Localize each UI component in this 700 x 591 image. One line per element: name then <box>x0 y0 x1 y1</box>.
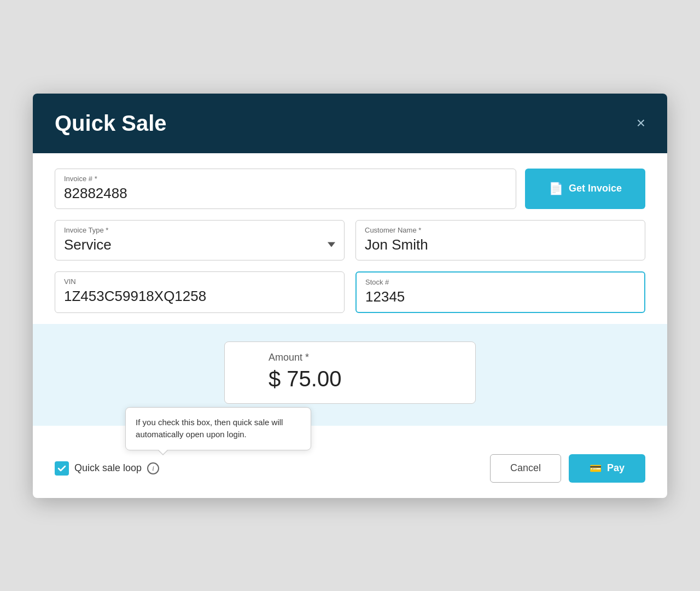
close-button[interactable]: × <box>637 115 645 131</box>
quick-sale-loop-label: Quick sale loop <box>74 462 142 474</box>
customer-name-field: Customer Name * Jon Smith <box>355 220 645 260</box>
amount-value: $ 75.00 <box>269 367 431 391</box>
modal-footer: Quick sale loop i If you check this box,… <box>33 443 667 498</box>
stock-number-label: Stock # <box>365 278 635 286</box>
cancel-button[interactable]: Cancel <box>490 454 561 483</box>
footer-buttons: Cancel 💳 Pay <box>490 454 645 483</box>
invoice-number-value: 82882488 <box>64 185 507 202</box>
vin-stock-row: VIN 1Z453C59918XQ1258 Stock # 12345 <box>55 271 645 313</box>
tooltip-text: If you check this box, then quick sale w… <box>136 418 283 439</box>
pay-label: Pay <box>607 462 625 474</box>
type-customer-row: Invoice Type * Service Service Parts Fin… <box>55 220 645 260</box>
vin-field: VIN 1Z453C59918XQ1258 <box>55 271 345 313</box>
tooltip-wrapper: i If you check this box, then quick sale… <box>147 462 159 474</box>
quick-sale-loop-checkbox[interactable] <box>55 461 69 476</box>
stock-number-value: 12345 <box>365 288 635 305</box>
customer-name-value: Jon Smith <box>365 236 636 253</box>
modal-body: Invoice # * 82882488 📄 Get Invoice Invoi… <box>33 153 667 443</box>
modal-title: Quick Sale <box>55 111 167 136</box>
quick-sale-modal: Quick Sale × Invoice # * 82882488 📄 Get … <box>33 94 667 498</box>
invoice-icon: 📄 <box>549 182 563 196</box>
get-invoice-label: Get Invoice <box>569 183 622 194</box>
invoice-number-label: Invoice # * <box>64 175 507 183</box>
stock-number-field: Stock # 12345 <box>355 271 645 313</box>
pay-button[interactable]: 💳 Pay <box>569 454 645 483</box>
tooltip-box: If you check this box, then quick sale w… <box>125 407 311 450</box>
invoice-number-row: Invoice # * 82882488 📄 Get Invoice <box>55 169 645 209</box>
invoice-number-field: Invoice # * 82882488 <box>55 169 516 209</box>
checkmark-icon <box>57 464 66 473</box>
modal-header: Quick Sale × <box>33 94 667 153</box>
quick-sale-loop-section: Quick sale loop i If you check this box,… <box>55 461 490 476</box>
info-icon[interactable]: i <box>147 462 159 474</box>
invoice-type-field: Invoice Type * Service Service Parts Fin… <box>55 220 345 260</box>
customer-name-label: Customer Name * <box>365 226 636 234</box>
vin-label: VIN <box>64 277 335 286</box>
get-invoice-button[interactable]: 📄 Get Invoice <box>525 169 645 209</box>
amount-box: Amount * $ 75.00 <box>224 341 476 404</box>
credit-card-icon: 💳 <box>590 462 602 474</box>
amount-label: Amount * <box>269 352 431 363</box>
vin-value: 1Z453C59918XQ1258 <box>64 288 335 305</box>
